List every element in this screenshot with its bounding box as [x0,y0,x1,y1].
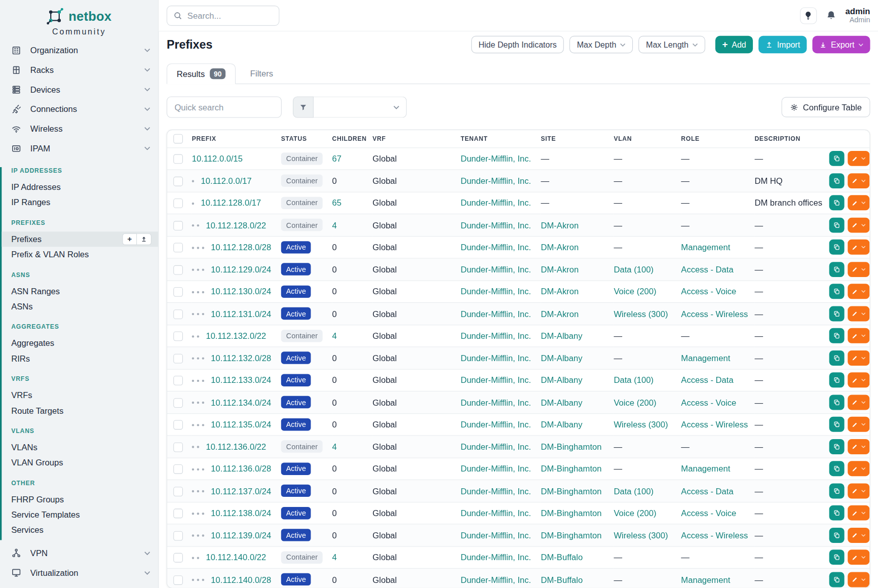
row-checkbox[interactable] [173,265,183,275]
edit-dropdown-button[interactable] [848,151,869,166]
sidebar-item-asn-ranges[interactable]: ASN Ranges [2,284,158,299]
theme-toggle-button[interactable] [800,7,817,24]
prefix-link[interactable]: 10.112.133.0/24 [211,375,271,385]
vlan-link[interactable]: Data (100) [614,264,653,274]
sidebar-item-devices[interactable]: Devices [0,80,158,99]
copy-button[interactable] [829,151,845,166]
role-link[interactable]: Management [681,575,730,584]
sidebar-item-organization[interactable]: Organization [0,41,158,60]
edit-dropdown-button[interactable] [848,395,869,410]
site-link[interactable]: DM-Akron [541,264,579,274]
tenant-link[interactable]: Dunder-Mifflin, Inc. [461,508,531,518]
vlan-link[interactable]: Voice (200) [614,398,656,407]
sidebar-item-asns[interactable]: ASNs [2,299,158,314]
role-link[interactable]: Access - Wireless [681,530,748,540]
site-link[interactable]: DM-Binghamton [541,508,601,518]
row-checkbox[interactable] [173,575,183,585]
site-link[interactable]: DM-Binghamton [541,486,601,496]
import-button[interactable]: Import [758,36,807,53]
role-link[interactable]: Access - Voice [681,287,736,296]
prefix-link[interactable]: 10.112.139.0/24 [211,530,271,540]
prefix-link[interactable]: 10.112.132.0/22 [206,331,266,341]
row-checkbox[interactable] [173,553,183,563]
vlan-link[interactable]: Voice (200) [614,287,656,296]
quick-add-button[interactable]: + [122,233,137,245]
edit-dropdown-button[interactable] [848,505,869,521]
edit-dropdown-button[interactable] [848,173,869,188]
tenant-link[interactable]: Dunder-Mifflin, Inc. [461,575,531,584]
prefix-link[interactable]: 10.112.140.0/28 [211,575,271,584]
row-checkbox[interactable] [173,176,183,186]
export-dropdown-button[interactable]: Export [813,36,870,53]
vlan-link[interactable]: Wireless (300) [614,309,668,319]
copy-button[interactable] [829,373,845,388]
notifications-bell-icon[interactable] [826,10,836,21]
role-link[interactable]: Management [681,243,730,252]
copy-button[interactable] [829,461,845,477]
vlan-link[interactable]: Data (100) [614,375,653,385]
site-link[interactable]: DM-Binghamton [541,442,601,451]
sidebar-item-circuits[interactable]: Circuits [0,582,158,588]
copy-button[interactable] [829,306,845,321]
tenant-link[interactable]: Dunder-Mifflin, Inc. [461,198,531,208]
row-checkbox[interactable] [173,331,183,341]
vlan-link[interactable]: Wireless (300) [614,420,668,429]
role-link[interactable]: Management [681,353,730,363]
site-link[interactable]: DM-Albany [541,398,582,407]
tenant-link[interactable]: Dunder-Mifflin, Inc. [461,530,531,540]
tenant-link[interactable]: Dunder-Mifflin, Inc. [461,353,531,363]
sidebar-item-aggregates[interactable]: Aggregates [2,336,158,351]
role-link[interactable]: Access - Voice [681,508,736,518]
row-checkbox[interactable] [173,398,183,408]
column-header-vlan[interactable]: VLAN [614,130,681,147]
quick-import-button[interactable] [137,233,151,245]
tenant-link[interactable]: Dunder-Mifflin, Inc. [461,154,531,164]
sidebar-item-services[interactable]: Services [2,522,158,537]
prefix-link[interactable]: 10.112.128.0/22 [206,220,266,230]
column-header-role[interactable]: ROLE [681,130,754,147]
site-link[interactable]: DM-Buffalo [541,553,583,562]
sidebar-item-wireless[interactable]: Wireless [0,119,158,139]
row-checkbox[interactable] [173,199,183,208]
site-link[interactable]: DM-Binghamton [541,530,601,540]
role-link[interactable]: Access - Wireless [681,420,748,429]
sidebar-item-fhrp-groups[interactable]: FHRP Groups [2,492,158,507]
row-checkbox[interactable] [173,442,183,452]
prefix-link[interactable]: 10.112.136.0/28 [211,464,271,474]
prefix-link[interactable]: 10.112.138.0/24 [211,508,271,518]
tenant-link[interactable]: Dunder-Mifflin, Inc. [461,331,531,341]
edit-dropdown-button[interactable] [848,483,869,498]
row-checkbox[interactable] [173,287,183,297]
row-checkbox[interactable] [173,508,183,518]
site-link[interactable]: DM-Albany [541,353,582,363]
tenant-link[interactable]: Dunder-Mifflin, Inc. [461,264,531,274]
role-link[interactable]: Access - Wireless [681,309,748,319]
tenant-link[interactable]: Dunder-Mifflin, Inc. [461,553,531,562]
copy-button[interactable] [829,328,845,343]
copy-button[interactable] [829,240,845,255]
site-link[interactable]: DM-Akron [541,287,579,296]
edit-dropdown-button[interactable] [848,306,869,321]
copy-button[interactable] [829,483,845,498]
edit-dropdown-button[interactable] [848,373,869,388]
sidebar-item-racks[interactable]: Racks [0,60,158,80]
site-link[interactable]: DM-Buffalo [541,575,583,584]
hide-depth-indicators-button[interactable]: Hide Depth Indicators [471,36,564,53]
sidebar-item-vpn[interactable]: VPN [0,543,158,563]
row-checkbox[interactable] [173,487,183,496]
prefix-link[interactable]: 10.112.0.0/17 [201,176,251,185]
tenant-link[interactable]: Dunder-Mifflin, Inc. [461,442,531,451]
site-link[interactable]: DM-Binghamton [541,464,601,474]
site-link[interactable]: DM-Albany [541,375,582,385]
tab-results[interactable]: Results90 [167,63,236,84]
prefix-link[interactable]: 10.112.129.0/24 [211,264,271,274]
tenant-link[interactable]: Dunder-Mifflin, Inc. [461,309,531,319]
sidebar-item-prefixes[interactable]: Prefixes+ [2,231,158,247]
sidebar-item-connections[interactable]: Connections [0,99,158,119]
row-checkbox[interactable] [173,376,183,385]
row-checkbox[interactable] [173,154,183,164]
column-header-vrf[interactable]: VRF [372,130,461,147]
edit-dropdown-button[interactable] [848,550,869,565]
prefix-link[interactable]: 10.112.132.0/28 [211,353,271,363]
children-count-link[interactable]: 4 [332,331,337,341]
